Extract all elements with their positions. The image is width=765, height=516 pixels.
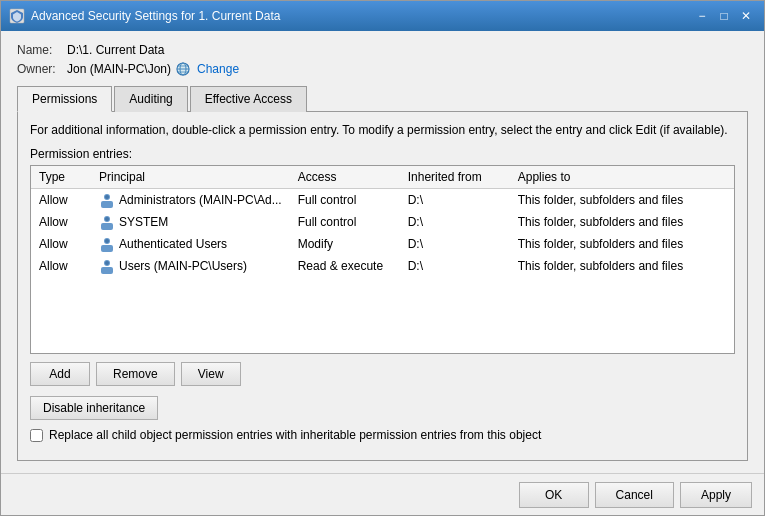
cell-access: Full control (290, 188, 400, 211)
title-bar: Advanced Security Settings for 1. Curren… (1, 1, 764, 31)
cell-applies: This folder, subfolders and files (510, 188, 734, 211)
permission-table-wrapper[interactable]: Type Principal Access Inherited from App… (30, 165, 735, 354)
cancel-button[interactable]: Cancel (595, 482, 674, 508)
close-button[interactable]: ✕ (736, 6, 756, 26)
action-buttons-row: Add Remove View (30, 362, 735, 386)
bottom-bar: OK Cancel Apply (1, 473, 764, 515)
tabs-bar: Permissions Auditing Effective Access (17, 85, 748, 112)
cell-applies: This folder, subfolders and files (510, 233, 734, 255)
view-button[interactable]: View (181, 362, 241, 386)
svg-point-18 (105, 261, 109, 265)
section-label: Permission entries: (30, 147, 735, 161)
globe-icon (175, 61, 191, 77)
cell-applies: This folder, subfolders and files (510, 211, 734, 233)
svg-rect-17 (101, 267, 113, 274)
table-row[interactable]: Allow Administrators (MAIN-PC\Ad... Full… (31, 188, 734, 211)
svg-point-12 (105, 217, 109, 221)
remove-button[interactable]: Remove (96, 362, 175, 386)
col-header-access: Access (290, 166, 400, 189)
cell-inherited: D:\ (400, 188, 510, 211)
col-header-inherited: Inherited from (400, 166, 510, 189)
cell-inherited: D:\ (400, 211, 510, 233)
cell-principal: Administrators (MAIN-PC\Ad... (91, 188, 290, 211)
tab-permissions[interactable]: Permissions (17, 86, 112, 112)
window-title: Advanced Security Settings for 1. Curren… (31, 9, 692, 23)
replace-permissions-label: Replace all child object permission entr… (49, 428, 541, 442)
add-button[interactable]: Add (30, 362, 90, 386)
checkbox-row: Replace all child object permission entr… (30, 428, 735, 442)
cell-type: Allow (31, 211, 91, 233)
cell-type: Allow (31, 255, 91, 277)
table-row[interactable]: Allow SYSTEM Full control D:\ This folde… (31, 211, 734, 233)
name-row: Name: D:\1. Current Data (17, 43, 748, 57)
owner-label: Owner: (17, 62, 67, 76)
cell-access: Modify (290, 233, 400, 255)
window-controls: − □ ✕ (692, 6, 756, 26)
cell-inherited: D:\ (400, 255, 510, 277)
cell-principal: SYSTEM (91, 211, 290, 233)
cell-inherited: D:\ (400, 233, 510, 255)
name-label: Name: (17, 43, 67, 57)
content-area: Name: D:\1. Current Data Owner: Jon (MAI… (1, 31, 764, 473)
maximize-button[interactable]: □ (714, 6, 734, 26)
svg-rect-14 (101, 245, 113, 252)
svg-rect-8 (101, 201, 113, 208)
cell-type: Allow (31, 233, 91, 255)
table-row[interactable]: Allow Users (MAIN-PC\Users) Read & execu… (31, 255, 734, 277)
svg-rect-11 (101, 223, 113, 230)
tab-auditing[interactable]: Auditing (114, 86, 187, 112)
cell-principal: Authenticated Users (91, 233, 290, 255)
col-header-applies: Applies to (510, 166, 734, 189)
disable-inheritance-button[interactable]: Disable inheritance (30, 396, 158, 420)
main-window: Advanced Security Settings for 1. Curren… (0, 0, 765, 516)
col-header-principal: Principal (91, 166, 290, 189)
cell-access: Full control (290, 211, 400, 233)
cell-applies: This folder, subfolders and files (510, 255, 734, 277)
minimize-button[interactable]: − (692, 6, 712, 26)
svg-point-15 (105, 239, 109, 243)
owner-value: Jon (MAIN-PC\Jon) (67, 62, 171, 76)
owner-row: Owner: Jon (MAIN-PC\Jon) Change (17, 61, 748, 77)
main-panel: For additional information, double-click… (17, 112, 748, 461)
table-header-row: Type Principal Access Inherited from App… (31, 166, 734, 189)
svg-point-6 (177, 63, 189, 75)
replace-permissions-checkbox[interactable] (30, 429, 43, 442)
cell-principal: Users (MAIN-PC\Users) (91, 255, 290, 277)
instruction-text: For additional information, double-click… (30, 122, 735, 139)
cell-type: Allow (31, 188, 91, 211)
apply-button[interactable]: Apply (680, 482, 752, 508)
svg-point-9 (105, 195, 109, 199)
tab-effective-access[interactable]: Effective Access (190, 86, 307, 112)
table-row[interactable]: Allow Authenticated Users Modify D:\ Thi… (31, 233, 734, 255)
permission-table: Type Principal Access Inherited from App… (31, 166, 734, 277)
change-owner-link[interactable]: Change (197, 62, 239, 76)
window-icon (9, 8, 25, 24)
col-header-type: Type (31, 166, 91, 189)
name-value: D:\1. Current Data (67, 43, 164, 57)
ok-button[interactable]: OK (519, 482, 589, 508)
cell-access: Read & execute (290, 255, 400, 277)
